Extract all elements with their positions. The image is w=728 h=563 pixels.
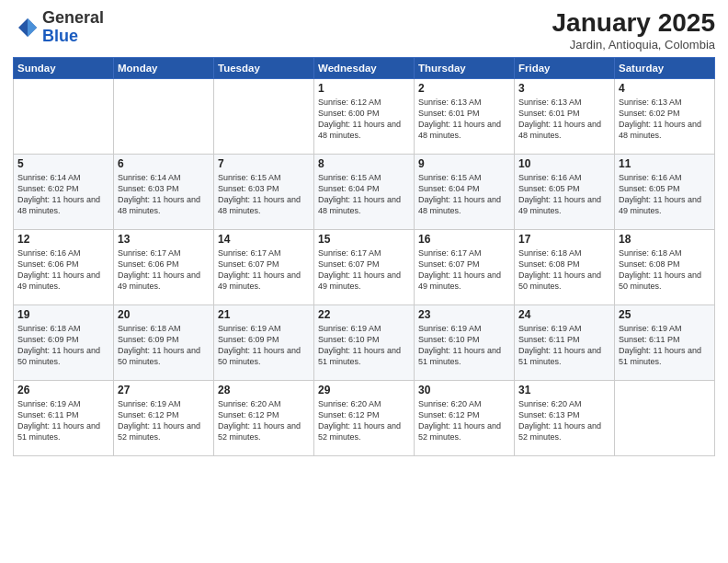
calendar-cell: 24Sunrise: 6:19 AM Sunset: 6:11 PM Dayli… xyxy=(515,304,615,380)
day-number: 26 xyxy=(17,384,109,396)
calendar-cell: 18Sunrise: 6:18 AM Sunset: 6:08 PM Dayli… xyxy=(615,229,715,304)
day-info: Sunrise: 6:15 AM Sunset: 6:04 PM Dayligh… xyxy=(418,172,510,217)
calendar-cell: 9Sunrise: 6:15 AM Sunset: 6:04 PM Daylig… xyxy=(415,154,515,229)
day-info: Sunrise: 6:14 AM Sunset: 6:02 PM Dayligh… xyxy=(17,172,109,217)
calendar-cell: 30Sunrise: 6:20 AM Sunset: 6:12 PM Dayli… xyxy=(415,380,515,455)
day-number: 18 xyxy=(619,233,711,246)
calendar-cell: 11Sunrise: 6:16 AM Sunset: 6:05 PM Dayli… xyxy=(615,154,715,229)
day-info: Sunrise: 6:19 AM Sunset: 6:10 PM Dayligh… xyxy=(318,323,410,368)
col-tuesday: Tuesday xyxy=(214,57,314,78)
calendar-cell: 27Sunrise: 6:19 AM Sunset: 6:12 PM Dayli… xyxy=(114,380,214,455)
col-wednesday: Wednesday xyxy=(314,57,415,78)
calendar-week-1: 1Sunrise: 6:12 AM Sunset: 6:00 PM Daylig… xyxy=(14,78,715,154)
calendar-cell xyxy=(14,78,114,154)
day-number: 2 xyxy=(418,82,510,95)
day-number: 22 xyxy=(318,308,410,321)
day-info: Sunrise: 6:19 AM Sunset: 6:11 PM Dayligh… xyxy=(619,323,711,368)
day-number: 5 xyxy=(17,157,109,170)
title-block: January 2025 Jardin, Antioquia, Colombia xyxy=(552,9,715,52)
day-number: 27 xyxy=(118,384,210,396)
calendar-title: January 2025 xyxy=(552,9,715,38)
logo-blue: Blue xyxy=(42,27,78,45)
day-number: 17 xyxy=(518,233,610,246)
calendar-cell: 25Sunrise: 6:19 AM Sunset: 6:11 PM Dayli… xyxy=(615,304,715,380)
logo-icon xyxy=(13,15,39,40)
day-number: 25 xyxy=(619,308,711,321)
calendar-subtitle: Jardin, Antioquia, Colombia xyxy=(552,38,715,52)
day-info: Sunrise: 6:17 AM Sunset: 6:07 PM Dayligh… xyxy=(318,247,410,293)
day-info: Sunrise: 6:20 AM Sunset: 6:12 PM Dayligh… xyxy=(418,398,510,443)
day-number: 8 xyxy=(318,157,410,170)
calendar-cell: 7Sunrise: 6:15 AM Sunset: 6:03 PM Daylig… xyxy=(214,154,314,229)
day-info: Sunrise: 6:17 AM Sunset: 6:07 PM Dayligh… xyxy=(418,247,510,293)
day-info: Sunrise: 6:16 AM Sunset: 6:05 PM Dayligh… xyxy=(619,172,711,217)
day-info: Sunrise: 6:19 AM Sunset: 6:09 PM Dayligh… xyxy=(218,323,310,368)
day-info: Sunrise: 6:16 AM Sunset: 6:06 PM Dayligh… xyxy=(17,247,109,293)
day-number: 7 xyxy=(218,157,310,170)
calendar-cell: 13Sunrise: 6:17 AM Sunset: 6:06 PM Dayli… xyxy=(114,229,214,304)
calendar-cell: 12Sunrise: 6:16 AM Sunset: 6:06 PM Dayli… xyxy=(14,229,114,304)
calendar-cell: 20Sunrise: 6:18 AM Sunset: 6:09 PM Dayli… xyxy=(114,304,214,380)
calendar-cell: 3Sunrise: 6:13 AM Sunset: 6:01 PM Daylig… xyxy=(515,78,615,154)
day-info: Sunrise: 6:15 AM Sunset: 6:04 PM Dayligh… xyxy=(318,172,410,217)
day-info: Sunrise: 6:18 AM Sunset: 6:09 PM Dayligh… xyxy=(17,323,109,368)
day-number: 14 xyxy=(218,233,310,246)
day-number: 13 xyxy=(118,233,210,246)
calendar-cell: 23Sunrise: 6:19 AM Sunset: 6:10 PM Dayli… xyxy=(415,304,515,380)
day-number: 11 xyxy=(619,157,711,170)
day-number: 21 xyxy=(218,308,310,321)
day-info: Sunrise: 6:19 AM Sunset: 6:11 PM Dayligh… xyxy=(17,398,109,443)
calendar-cell: 22Sunrise: 6:19 AM Sunset: 6:10 PM Dayli… xyxy=(314,304,415,380)
day-info: Sunrise: 6:13 AM Sunset: 6:01 PM Dayligh… xyxy=(418,97,510,142)
calendar-cell: 28Sunrise: 6:20 AM Sunset: 6:12 PM Dayli… xyxy=(214,380,314,455)
day-info: Sunrise: 6:17 AM Sunset: 6:07 PM Dayligh… xyxy=(218,247,310,293)
calendar-cell: 2Sunrise: 6:13 AM Sunset: 6:01 PM Daylig… xyxy=(415,78,515,154)
col-sunday: Sunday xyxy=(14,57,114,78)
day-number: 15 xyxy=(318,233,410,246)
calendar-cell: 31Sunrise: 6:20 AM Sunset: 6:13 PM Dayli… xyxy=(515,380,615,455)
day-number: 16 xyxy=(418,233,510,246)
calendar-cell: 26Sunrise: 6:19 AM Sunset: 6:11 PM Dayli… xyxy=(14,380,114,455)
day-number: 20 xyxy=(118,308,210,321)
day-info: Sunrise: 6:20 AM Sunset: 6:12 PM Dayligh… xyxy=(318,398,410,443)
calendar-cell: 1Sunrise: 6:12 AM Sunset: 6:00 PM Daylig… xyxy=(314,78,415,154)
col-thursday: Thursday xyxy=(415,57,515,78)
calendar-header-row: Sunday Monday Tuesday Wednesday Thursday… xyxy=(14,57,715,78)
calendar-cell: 5Sunrise: 6:14 AM Sunset: 6:02 PM Daylig… xyxy=(14,154,114,229)
day-info: Sunrise: 6:18 AM Sunset: 6:08 PM Dayligh… xyxy=(518,247,610,293)
day-info: Sunrise: 6:18 AM Sunset: 6:08 PM Dayligh… xyxy=(619,247,711,293)
day-number: 24 xyxy=(518,308,610,321)
calendar-cell: 21Sunrise: 6:19 AM Sunset: 6:09 PM Dayli… xyxy=(214,304,314,380)
calendar-cell xyxy=(615,380,715,455)
calendar-cell: 14Sunrise: 6:17 AM Sunset: 6:07 PM Dayli… xyxy=(214,229,314,304)
logo-general: General xyxy=(42,8,104,27)
calendar-cell: 17Sunrise: 6:18 AM Sunset: 6:08 PM Dayli… xyxy=(515,229,615,304)
day-info: Sunrise: 6:14 AM Sunset: 6:03 PM Dayligh… xyxy=(118,172,210,217)
day-number: 1 xyxy=(318,82,410,95)
page: General Blue January 2025 Jardin, Antioq… xyxy=(0,0,728,563)
day-number: 31 xyxy=(518,384,610,396)
day-info: Sunrise: 6:12 AM Sunset: 6:00 PM Dayligh… xyxy=(318,97,410,142)
day-info: Sunrise: 6:13 AM Sunset: 6:02 PM Dayligh… xyxy=(619,97,711,142)
day-info: Sunrise: 6:19 AM Sunset: 6:11 PM Dayligh… xyxy=(518,323,610,368)
day-info: Sunrise: 6:15 AM Sunset: 6:03 PM Dayligh… xyxy=(218,172,310,217)
calendar-cell xyxy=(214,78,314,154)
day-info: Sunrise: 6:17 AM Sunset: 6:06 PM Dayligh… xyxy=(118,247,210,293)
day-number: 19 xyxy=(17,308,109,321)
day-number: 28 xyxy=(218,384,310,396)
day-number: 6 xyxy=(118,157,210,170)
day-info: Sunrise: 6:20 AM Sunset: 6:13 PM Dayligh… xyxy=(518,398,610,443)
calendar-table: Sunday Monday Tuesday Wednesday Thursday… xyxy=(13,57,715,456)
calendar-week-2: 5Sunrise: 6:14 AM Sunset: 6:02 PM Daylig… xyxy=(14,154,715,229)
svg-marker-1 xyxy=(28,18,37,37)
calendar-cell xyxy=(114,78,214,154)
calendar-cell: 8Sunrise: 6:15 AM Sunset: 6:04 PM Daylig… xyxy=(314,154,415,229)
calendar-week-4: 19Sunrise: 6:18 AM Sunset: 6:09 PM Dayli… xyxy=(14,304,715,380)
calendar-cell: 29Sunrise: 6:20 AM Sunset: 6:12 PM Dayli… xyxy=(314,380,415,455)
day-number: 30 xyxy=(418,384,510,396)
col-saturday: Saturday xyxy=(615,57,715,78)
calendar-week-3: 12Sunrise: 6:16 AM Sunset: 6:06 PM Dayli… xyxy=(14,229,715,304)
calendar-cell: 6Sunrise: 6:14 AM Sunset: 6:03 PM Daylig… xyxy=(114,154,214,229)
calendar-cell: 16Sunrise: 6:17 AM Sunset: 6:07 PM Dayli… xyxy=(415,229,515,304)
day-number: 23 xyxy=(418,308,510,321)
